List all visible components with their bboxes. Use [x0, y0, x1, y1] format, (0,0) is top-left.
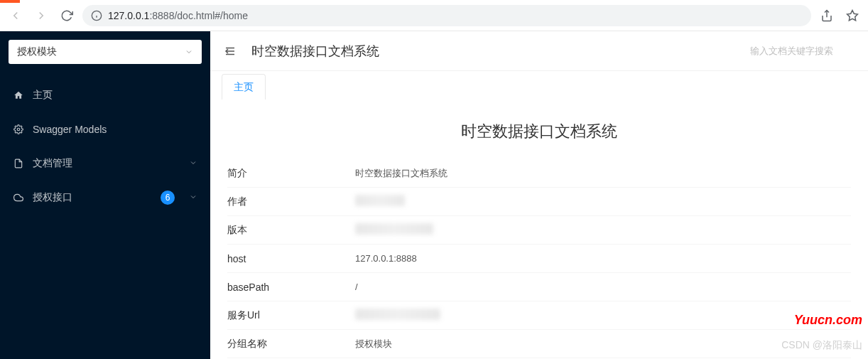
info-value: /: [355, 282, 851, 292]
info-icon: [91, 10, 102, 21]
info-value: [355, 195, 851, 208]
search-input[interactable]: [744, 40, 865, 63]
info-label: 作者: [227, 195, 355, 208]
menu-fold-icon: [224, 45, 237, 58]
content-area: 时空数据接口文档系统 主页 时空数据接口文档系统 简介 时空数据接口文档系统 作…: [210, 31, 868, 359]
info-label: 分组名称: [227, 338, 355, 350]
sidebar-item-doc-management[interactable]: 文档管理: [0, 146, 210, 181]
info-value: [355, 223, 851, 237]
info-value: 时空数据接口文档系统: [355, 167, 851, 180]
sidebar-item-auth-api[interactable]: 授权接口 6: [0, 181, 210, 215]
info-value: [355, 309, 851, 322]
share-icon: [820, 9, 833, 22]
arrow-right-icon: [35, 9, 48, 22]
info-label: host: [227, 253, 355, 264]
reload-button[interactable]: [57, 6, 77, 26]
svg-marker-4: [847, 10, 858, 20]
document-body: 时空数据接口文档系统 简介 时空数据接口文档系统 作者 版本 host 127.…: [210, 100, 868, 359]
module-select-value: 授权模块: [17, 45, 57, 58]
info-label: 简介: [227, 167, 355, 180]
sidebar-item-home[interactable]: 主页: [0, 78, 210, 112]
watermark-author: CSDN @洛阳泰山: [781, 339, 862, 352]
info-row-author: 作者: [227, 188, 851, 216]
chevron-down-icon: [189, 192, 197, 203]
info-row-service-url: 服务Url: [227, 301, 851, 330]
watermark-site: Yuucn.com: [794, 313, 862, 328]
url-text: 127.0.0.1:8888/doc.html#/home: [108, 10, 248, 21]
tab-bar: 主页: [210, 71, 868, 100]
reload-icon: [60, 9, 73, 22]
info-label: basePath: [227, 282, 355, 293]
info-label: 版本: [227, 224, 355, 237]
sidebar-menu: 主页 Swagger Models 文档管理: [0, 73, 210, 359]
star-icon: [846, 9, 859, 22]
home-icon: [13, 90, 24, 101]
arrow-left-icon: [9, 9, 22, 22]
chevron-down-icon: [189, 158, 197, 169]
info-row-group-name: 分组名称 授权模块: [227, 330, 851, 358]
bookmark-button[interactable]: [842, 6, 862, 26]
sidebar-item-label: Swagger Models: [33, 124, 197, 135]
gear-icon: [13, 124, 24, 135]
forward-button[interactable]: [31, 6, 51, 26]
share-button[interactable]: [817, 6, 837, 26]
collapse-sidebar-button[interactable]: [222, 43, 239, 60]
module-select[interactable]: 授权模块: [9, 40, 202, 64]
back-button[interactable]: [6, 6, 26, 26]
sidebar: 授权模块 主页 Swagger Models 文档管理: [0, 31, 210, 359]
cloud-icon: [13, 192, 24, 203]
info-label: 服务Url: [227, 309, 355, 322]
sidebar-item-swagger-models[interactable]: Swagger Models: [0, 112, 210, 146]
active-tab-indicator: [0, 0, 20, 3]
tab-home[interactable]: 主页: [222, 74, 266, 100]
count-badge: 6: [161, 191, 175, 205]
info-row-basepath: basePath /: [227, 273, 851, 301]
info-value: 127.0.0.1:8888: [355, 253, 851, 264]
address-bar[interactable]: 127.0.0.1:8888/doc.html#/home: [82, 5, 811, 26]
page-title: 时空数据接口文档系统: [251, 43, 732, 60]
sidebar-item-label: 文档管理: [33, 157, 180, 170]
info-row-host: host 127.0.0.1:8888: [227, 245, 851, 273]
sidebar-item-label: 主页: [33, 89, 197, 102]
doc-title: 时空数据接口文档系统: [227, 111, 851, 159]
tab-label: 主页: [234, 81, 254, 94]
chevron-down-icon: [185, 48, 193, 56]
browser-toolbar: 127.0.0.1:8888/doc.html#/home: [0, 0, 868, 31]
header: 时空数据接口文档系统: [210, 31, 868, 71]
info-row-version: 版本: [227, 216, 851, 245]
info-value: 授权模块: [355, 338, 851, 350]
document-icon: [13, 158, 24, 169]
app-container: 授权模块 主页 Swagger Models 文档管理: [0, 31, 868, 359]
sidebar-item-label: 授权接口: [33, 191, 152, 204]
svg-point-5: [17, 128, 20, 131]
info-row-intro: 简介 时空数据接口文档系统: [227, 159, 851, 188]
